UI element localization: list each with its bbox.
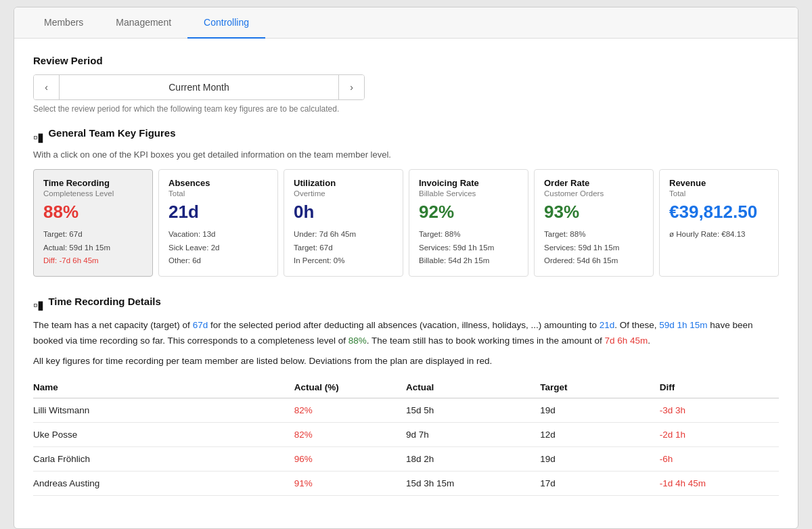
cell-actual-pct-2: 96% xyxy=(294,446,406,471)
kpi-card-value-3: 92% xyxy=(419,202,518,223)
cell-actual-3: 15d 3h 15m xyxy=(406,471,540,495)
kpi-card-title-3: Invoicing Rate xyxy=(419,178,518,188)
table-row: Carla Fröhlich 96% 18d 2h 19d -6h xyxy=(33,446,779,471)
cell-diff-1: -2d 1h xyxy=(660,422,779,446)
kpi-detail-0-2: Diff: -7d 6h 45m xyxy=(43,254,143,268)
tab-controlling[interactable]: Controlling xyxy=(187,7,265,39)
cell-diff-2: -6h xyxy=(660,446,779,471)
kpi-card-value-0: 88% xyxy=(43,202,143,223)
cell-actual-pct-0: 82% xyxy=(294,398,406,422)
kpi-card-details-3: Target: 88% Services: 59d 1h 15m Billabl… xyxy=(419,228,518,268)
kpi-card-details-5: ø Hourly Rate: €84.13 xyxy=(669,228,769,242)
kpi-detail-4-0: Target: 88% xyxy=(544,228,644,242)
kpi-detail-3-1: Services: 59d 1h 15m xyxy=(419,242,518,255)
kpi-detail-0-0: Target: 67d xyxy=(43,228,143,242)
review-period-title: Review Period xyxy=(33,55,779,66)
period-label: Current Month xyxy=(60,82,338,93)
kpi-detail-0-1: Actual: 59d 1h 15m xyxy=(43,242,143,255)
kpi-card-details-1: Vacation: 13d Sick Leave: 2d Other: 6d xyxy=(168,228,268,268)
details-section-title: Time Recording Details xyxy=(48,296,160,307)
time-recording-table: Name Actual (%) Actual Target Diff Lilli… xyxy=(33,377,779,496)
cell-target-0: 19d xyxy=(540,398,659,422)
table-header-name: Name xyxy=(33,377,294,398)
kpi-card-order-rate[interactable]: Order Rate Customer Orders 93% Target: 8… xyxy=(534,169,654,277)
time-recording-details-section: ▫▮ Time Recording Details The team has a… xyxy=(33,296,779,496)
kpi-title-row: ▫▮ General Team Key Figures xyxy=(33,127,779,147)
kpi-detail-3-2: Billable: 54d 2h 15m xyxy=(419,254,518,268)
kpi-card-absences[interactable]: Absences Total 21d Vacation: 13d Sick Le… xyxy=(158,169,278,277)
cell-diff-0: -3d 3h xyxy=(660,398,779,422)
kpi-card-title-4: Order Rate xyxy=(544,178,644,188)
kpi-detail-4-2: Ordered: 54d 6h 15m xyxy=(544,254,644,268)
table-row: Lilli Witsmann 82% 15d 5h 19d -3d 3h xyxy=(33,398,779,422)
cell-actual-2: 18d 2h xyxy=(406,446,540,471)
kpi-card-subtitle-2: Overtime xyxy=(294,189,393,198)
cell-name-0: Lilli Witsmann xyxy=(33,398,294,422)
kpi-card-value-1: 21d xyxy=(168,202,268,223)
kpi-card-details-0: Target: 67d Actual: 59d 1h 15m Diff: -7d… xyxy=(43,228,143,268)
kpi-detail-1-0: Vacation: 13d xyxy=(168,228,268,242)
kpi-card-title-2: Utilization xyxy=(294,178,393,188)
table-header-actual: Actual xyxy=(406,377,540,398)
kpi-card-details-2: Under: 7d 6h 45m Target: 67d In Percent:… xyxy=(294,228,393,268)
details-paragraph-2: All key figures for time recording per t… xyxy=(33,356,779,366)
kpi-section-subtitle: With a click on one of the KPI boxes you… xyxy=(33,150,779,160)
highlight-67d: 67d xyxy=(193,320,208,330)
details-paragraph-1: The team has a net capacity (target) of … xyxy=(33,318,779,349)
cell-name-1: Uke Posse xyxy=(33,422,294,446)
kpi-card-details-4: Target: 88% Services: 59d 1h 15m Ordered… xyxy=(544,228,644,268)
kpi-card-revenue[interactable]: Revenue Total €39,812.50 ø Hourly Rate: … xyxy=(659,169,779,277)
kpi-detail-2-1: Target: 67d xyxy=(294,242,393,255)
kpi-card-utilization[interactable]: Utilization Overtime 0h Under: 7d 6h 45m… xyxy=(284,169,403,277)
tab-bar: Members Management Controlling xyxy=(14,7,798,39)
period-next-button[interactable]: › xyxy=(338,75,364,99)
cell-name-3: Andreas Austing xyxy=(33,471,294,495)
kpi-card-subtitle-5: Total xyxy=(669,189,769,198)
kpi-card-time-recording[interactable]: Time Recording Completeness Level 88% Ta… xyxy=(33,169,153,277)
table-header-diff: Diff xyxy=(660,377,779,398)
kpi-card-subtitle-0: Completeness Level xyxy=(43,189,143,198)
cell-actual-0: 15d 5h xyxy=(406,398,540,422)
kpi-card-subtitle-3: Billable Services xyxy=(419,189,518,198)
kpi-detail-1-2: Other: 6d xyxy=(168,254,268,268)
kpi-card-title-0: Time Recording xyxy=(43,178,143,188)
period-hint: Select the review period for which the f… xyxy=(33,104,779,114)
kpi-detail-1-1: Sick Leave: 2d xyxy=(168,242,268,255)
highlight-88pct: 88% xyxy=(348,336,367,346)
cell-target-3: 17d xyxy=(540,471,659,495)
highlight-59d: 59d 1h 15m xyxy=(659,320,707,330)
table-header-target: Target xyxy=(540,377,659,398)
kpi-detail-4-1: Services: 59d 1h 15m xyxy=(544,242,644,255)
table-row: Andreas Austing 91% 15d 3h 15m 17d -1d 4… xyxy=(33,471,779,495)
kpi-section: ▫▮ General Team Key Figures With a click… xyxy=(33,127,779,277)
kpi-card-subtitle-1: Total xyxy=(168,189,268,198)
cell-target-1: 12d xyxy=(540,422,659,446)
cell-diff-3: -1d 4h 45m xyxy=(660,471,779,495)
bar-chart-icon: ▫▮ xyxy=(33,130,44,145)
kpi-detail-3-0: Target: 88% xyxy=(419,228,518,242)
kpi-card-title-5: Revenue xyxy=(669,178,769,188)
details-title-row: ▫▮ Time Recording Details xyxy=(33,296,779,315)
main-content: Review Period ‹ Current Month › Select t… xyxy=(14,39,798,528)
bar-chart-icon-2: ▫▮ xyxy=(33,298,44,313)
cell-actual-pct-3: 91% xyxy=(294,471,406,495)
kpi-detail-2-0: Under: 7d 6h 45m xyxy=(294,228,393,242)
kpi-card-invoicing-rate[interactable]: Invoicing Rate Billable Services 92% Tar… xyxy=(409,169,528,277)
tab-members[interactable]: Members xyxy=(28,7,99,39)
kpi-card-title-1: Absences xyxy=(168,178,268,188)
kpi-detail-5-0: ø Hourly Rate: €84.13 xyxy=(669,228,769,242)
highlight-7d: 7d 6h 45m xyxy=(604,336,648,346)
kpi-card-value-2: 0h xyxy=(294,202,393,223)
period-prev-button[interactable]: ‹ xyxy=(34,75,60,99)
kpi-detail-2-2: In Percent: 0% xyxy=(294,254,393,268)
cell-actual-1: 9d 7h xyxy=(406,422,540,446)
tab-management[interactable]: Management xyxy=(99,7,187,39)
kpi-card-value-4: 93% xyxy=(544,202,644,223)
cell-target-2: 19d xyxy=(540,446,659,471)
table-header-actual-pct: Actual (%) xyxy=(294,377,406,398)
kpi-grid: Time Recording Completeness Level 88% Ta… xyxy=(33,169,779,277)
cell-actual-pct-1: 82% xyxy=(294,422,406,446)
highlight-21d: 21d xyxy=(600,320,615,330)
kpi-card-value-5: €39,812.50 xyxy=(669,202,769,223)
period-selector: ‹ Current Month › xyxy=(33,74,365,100)
